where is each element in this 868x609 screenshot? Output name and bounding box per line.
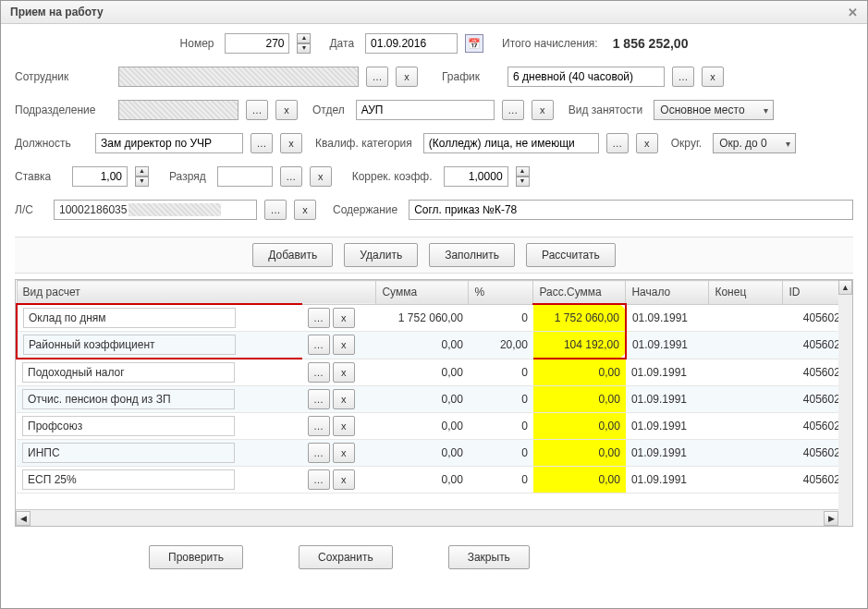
table-row[interactable]: Подоходный налог… x0,0000,0001.09.199140… [17, 359, 852, 386]
row-clear-button[interactable]: x [333, 443, 355, 463]
scroll-right-icon[interactable]: ▶ [824, 511, 838, 526]
account-input[interactable]: 10002186035 [54, 200, 257, 220]
coeff-input[interactable] [444, 166, 508, 187]
qualif-input[interactable] [423, 133, 599, 153]
rounding-label: Округ. [671, 137, 702, 150]
schedule-clear-button[interactable]: x [702, 67, 724, 87]
row-type-input[interactable]: Подоходный налог [22, 362, 235, 383]
row-pct: 0 [469, 304, 533, 332]
employment-select[interactable]: Основное место [654, 100, 774, 120]
employee-lookup-button[interactable]: … [366, 67, 388, 87]
table-row[interactable]: Отчис. пенсион фонд из ЗП… x0,0000,0001.… [17, 386, 852, 413]
table-row[interactable]: ИНПС… x0,0000,0001.09.19914056029 [17, 440, 852, 467]
rate-spin-down[interactable]: ▼ [135, 177, 149, 187]
qualif-clear-button[interactable]: x [636, 133, 658, 153]
row-sum: 0,00 [376, 332, 469, 359]
otdel-lookup-button[interactable]: … [502, 100, 524, 120]
row-type-input[interactable]: ЕСП 25% [22, 469, 235, 490]
add-button[interactable]: Добавить [252, 243, 333, 267]
account-lookup-button[interactable]: … [264, 200, 287, 220]
row-lookup-button[interactable]: … [308, 469, 330, 490]
col-calc[interactable]: Расс.Сумма [533, 281, 626, 305]
content-input[interactable] [409, 200, 853, 220]
qualif-lookup-button[interactable]: … [606, 133, 629, 153]
row-lookup-button[interactable]: … [308, 443, 330, 463]
col-end[interactable]: Конец [709, 281, 783, 305]
row-type-input[interactable]: Районный коэффициент [23, 335, 236, 355]
row-type-input[interactable]: Отчис. пенсион фонд из ЗП [22, 389, 235, 409]
scroll-up-icon[interactable]: ▲ [838, 280, 852, 295]
col-pct[interactable]: % [469, 281, 533, 305]
schedule-input[interactable] [507, 67, 665, 87]
row-clear-button[interactable]: x [333, 308, 355, 328]
position-input[interactable] [95, 133, 243, 153]
col-sum[interactable]: Сумма [376, 281, 469, 305]
row-lookup-button[interactable]: … [308, 335, 330, 355]
row-lookup-button[interactable]: … [308, 362, 330, 383]
rank-clear-button[interactable]: x [310, 166, 332, 187]
department-clear-button[interactable]: x [275, 100, 298, 120]
position-clear-button[interactable]: x [280, 133, 302, 153]
row-pct: 0 [469, 413, 533, 440]
row-calc: 1 752 060,00 [533, 304, 626, 332]
scroll-left-icon[interactable]: ◀ [16, 511, 31, 526]
check-button[interactable]: Проверить [149, 545, 243, 569]
row-clear-button[interactable]: x [333, 335, 355, 355]
delete-button[interactable]: Удалить [344, 243, 418, 267]
department-lookup-button[interactable]: … [246, 100, 268, 120]
calc-button[interactable]: Рассчитать [526, 243, 616, 267]
rounding-select[interactable]: Окр. до 0 [713, 133, 796, 153]
row-type-input[interactable]: ИНПС [22, 443, 235, 463]
otdel-input[interactable] [356, 100, 495, 120]
row-start: 01.09.1991 [626, 440, 709, 467]
number-spin-down[interactable]: ▼ [297, 43, 311, 54]
row-clear-button[interactable]: x [333, 362, 355, 383]
row-lookup-button[interactable]: … [308, 308, 330, 328]
rank-lookup-button[interactable]: … [280, 166, 302, 187]
total-label: Итого начисления: [502, 37, 598, 50]
fill-button[interactable]: Заполнить [429, 243, 515, 267]
table-row[interactable]: ЕСП 25%… x0,0000,0001.09.19914056029 [17, 467, 852, 493]
row-lookup-button[interactable]: … [308, 416, 330, 436]
account-clear-button[interactable]: x [294, 200, 316, 220]
table-toolbar: Добавить Удалить Заполнить Рассчитать [15, 237, 853, 274]
number-spin-up[interactable]: ▲ [297, 33, 311, 43]
row-clear-button[interactable]: x [333, 416, 355, 436]
save-button[interactable]: Сохранить [299, 545, 393, 569]
department-input[interactable] [118, 100, 238, 120]
rate-spin-up[interactable]: ▲ [135, 166, 149, 177]
row-clear-button[interactable]: x [333, 389, 355, 409]
close-icon[interactable]: ✕ [848, 6, 858, 19]
date-input[interactable] [365, 33, 458, 54]
number-input[interactable] [225, 33, 289, 54]
employee-clear-button[interactable]: x [396, 67, 418, 87]
coeff-spin-up[interactable]: ▲ [516, 166, 530, 177]
coeff-spin-down[interactable]: ▼ [516, 177, 530, 187]
row-type-input[interactable]: Оклад по дням [23, 308, 236, 328]
account-label: Л/С [15, 203, 43, 216]
table-row[interactable]: Районный коэффициент… x0,0020,00104 192,… [17, 332, 852, 359]
rate-input[interactable] [72, 166, 128, 187]
close-button[interactable]: Закрыть [448, 545, 530, 569]
rank-input[interactable] [217, 166, 273, 187]
row-pct: 0 [469, 386, 533, 413]
row-clear-button[interactable]: x [333, 469, 355, 490]
row-type-input[interactable]: Профсоюз [22, 416, 235, 436]
calendar-icon[interactable]: 📅 [465, 34, 483, 53]
col-type[interactable]: Вид расчет [17, 281, 376, 305]
employee-input[interactable] [118, 67, 359, 87]
vertical-scrollbar[interactable]: ▲ [838, 280, 852, 526]
row-end [709, 304, 783, 332]
row-end [709, 359, 783, 386]
row-lookup-button[interactable]: … [308, 389, 330, 409]
horizontal-scrollbar[interactable]: ◀ ▶ [16, 509, 838, 526]
col-start[interactable]: Начало [626, 281, 709, 305]
otdel-clear-button[interactable]: x [532, 100, 554, 120]
table-row[interactable]: Профсоюз… x0,0000,0001.09.19914056029 [17, 413, 852, 440]
row-sum: 0,00 [376, 467, 469, 493]
position-lookup-button[interactable]: … [251, 133, 273, 153]
table-row[interactable]: Оклад по дням… x1 752 060,0001 752 060,0… [17, 304, 852, 332]
row-pct: 0 [469, 467, 533, 493]
row-end [709, 413, 783, 440]
schedule-lookup-button[interactable]: … [672, 67, 694, 87]
